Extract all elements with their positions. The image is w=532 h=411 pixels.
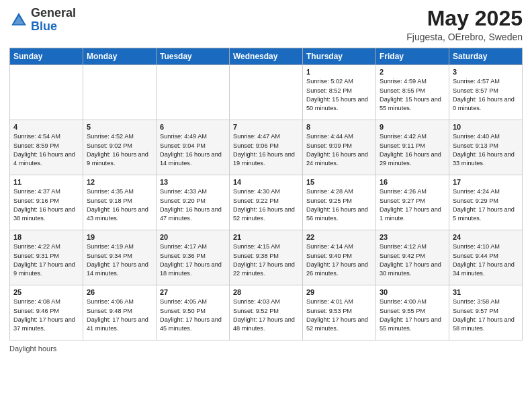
day-info: Sunrise: 4:59 AM Sunset: 8:55 PM Dayligh…	[380, 77, 445, 113]
day-number: 30	[380, 288, 445, 296]
table-row: 24Sunrise: 4:10 AM Sunset: 9:44 PM Dayli…	[449, 230, 523, 285]
day-number: 14	[233, 178, 299, 186]
table-row: 11Sunrise: 4:37 AM Sunset: 9:16 PM Dayli…	[10, 175, 83, 230]
day-number: 7	[233, 123, 299, 131]
calendar-week-row: 4Sunrise: 4:54 AM Sunset: 8:59 PM Daylig…	[10, 120, 523, 175]
day-info: Sunrise: 4:33 AM Sunset: 9:20 PM Dayligh…	[160, 187, 226, 223]
day-info: Sunrise: 4:37 AM Sunset: 9:16 PM Dayligh…	[13, 187, 79, 223]
calendar-week-row: 11Sunrise: 4:37 AM Sunset: 9:16 PM Dayli…	[10, 175, 523, 230]
title-block: May 2025 Fjugesta, OErebro, Sweden	[406, 7, 523, 42]
day-number: 5	[87, 123, 152, 131]
logo-icon	[9, 11, 28, 30]
day-number: 22	[306, 233, 372, 241]
day-number: 17	[453, 178, 519, 186]
col-friday: Friday	[376, 48, 449, 65]
table-row: 2Sunrise: 4:59 AM Sunset: 8:55 PM Daylig…	[376, 65, 449, 120]
header: General Blue May 2025 Fjugesta, OErebro,…	[9, 7, 523, 42]
col-saturday: Saturday	[449, 48, 523, 65]
day-info: Sunrise: 4:15 AM Sunset: 9:38 PM Dayligh…	[233, 242, 299, 278]
day-info: Sunrise: 4:26 AM Sunset: 9:27 PM Dayligh…	[380, 187, 445, 223]
location: Fjugesta, OErebro, Sweden	[406, 32, 523, 42]
day-info: Sunrise: 4:52 AM Sunset: 9:02 PM Dayligh…	[87, 132, 152, 168]
day-info: Sunrise: 4:01 AM Sunset: 9:53 PM Dayligh…	[306, 298, 372, 333]
day-info: Sunrise: 4:57 AM Sunset: 8:57 PM Dayligh…	[453, 77, 519, 113]
table-row: 15Sunrise: 4:28 AM Sunset: 9:25 PM Dayli…	[303, 175, 376, 230]
day-info: Sunrise: 4:05 AM Sunset: 9:50 PM Dayligh…	[160, 298, 226, 333]
day-number: 21	[233, 233, 299, 241]
table-row: 29Sunrise: 4:01 AM Sunset: 9:53 PM Dayli…	[303, 285, 376, 340]
day-info: Sunrise: 4:47 AM Sunset: 9:06 PM Dayligh…	[233, 132, 299, 168]
logo-blue: Blue	[31, 19, 57, 33]
calendar-header-row: Sunday Monday Tuesday Wednesday Thursday…	[10, 48, 523, 65]
day-number: 24	[453, 233, 519, 241]
table-row	[10, 65, 83, 120]
table-row: 5Sunrise: 4:52 AM Sunset: 9:02 PM Daylig…	[83, 120, 157, 175]
table-row: 14Sunrise: 4:30 AM Sunset: 9:22 PM Dayli…	[230, 175, 303, 230]
col-monday: Monday	[83, 48, 157, 65]
table-row: 22Sunrise: 4:14 AM Sunset: 9:40 PM Dayli…	[303, 230, 376, 285]
table-row: 23Sunrise: 4:12 AM Sunset: 9:42 PM Dayli…	[376, 230, 449, 285]
day-info: Sunrise: 4:03 AM Sunset: 9:52 PM Dayligh…	[233, 298, 299, 333]
day-number: 2	[380, 68, 445, 76]
day-number: 3	[453, 68, 519, 76]
calendar-week-row: 1Sunrise: 5:02 AM Sunset: 8:52 PM Daylig…	[10, 65, 523, 120]
day-info: Sunrise: 4:49 AM Sunset: 9:04 PM Dayligh…	[160, 132, 226, 168]
day-number: 23	[380, 233, 445, 241]
day-number: 13	[160, 178, 226, 186]
col-wednesday: Wednesday	[230, 48, 303, 65]
table-row: 1Sunrise: 5:02 AM Sunset: 8:52 PM Daylig…	[303, 65, 376, 120]
table-row: 31Sunrise: 3:58 AM Sunset: 9:57 PM Dayli…	[449, 285, 523, 340]
day-info: Sunrise: 4:42 AM Sunset: 9:11 PM Dayligh…	[380, 132, 445, 168]
table-row: 26Sunrise: 4:06 AM Sunset: 9:48 PM Dayli…	[83, 285, 157, 340]
day-info: Sunrise: 4:22 AM Sunset: 9:31 PM Dayligh…	[13, 242, 79, 278]
day-number: 11	[13, 178, 79, 186]
day-number: 31	[453, 288, 519, 296]
table-row: 4Sunrise: 4:54 AM Sunset: 8:59 PM Daylig…	[10, 120, 83, 175]
day-info: Sunrise: 4:19 AM Sunset: 9:34 PM Dayligh…	[87, 242, 152, 278]
calendar-week-row: 18Sunrise: 4:22 AM Sunset: 9:31 PM Dayli…	[10, 230, 523, 285]
day-number: 1	[306, 68, 372, 76]
col-tuesday: Tuesday	[157, 48, 230, 65]
day-number: 19	[87, 233, 152, 241]
day-info: Sunrise: 4:30 AM Sunset: 9:22 PM Dayligh…	[233, 187, 299, 223]
day-info: Sunrise: 4:17 AM Sunset: 9:36 PM Dayligh…	[160, 242, 226, 278]
calendar: Sunday Monday Tuesday Wednesday Thursday…	[9, 48, 523, 340]
day-number: 10	[453, 123, 519, 131]
day-info: Sunrise: 4:06 AM Sunset: 9:48 PM Dayligh…	[87, 298, 152, 333]
table-row: 27Sunrise: 4:05 AM Sunset: 9:50 PM Dayli…	[157, 285, 230, 340]
day-info: Sunrise: 4:08 AM Sunset: 9:46 PM Dayligh…	[13, 298, 79, 333]
table-row: 17Sunrise: 4:24 AM Sunset: 9:29 PM Dayli…	[449, 175, 523, 230]
logo-general: General	[31, 6, 76, 19]
day-info: Sunrise: 4:35 AM Sunset: 9:18 PM Dayligh…	[87, 187, 152, 223]
day-info: Sunrise: 4:40 AM Sunset: 9:13 PM Dayligh…	[453, 132, 519, 168]
day-info: Sunrise: 4:12 AM Sunset: 9:42 PM Dayligh…	[380, 242, 445, 278]
table-row	[83, 65, 157, 120]
day-info: Sunrise: 4:14 AM Sunset: 9:40 PM Dayligh…	[306, 242, 372, 278]
table-row: 20Sunrise: 4:17 AM Sunset: 9:36 PM Dayli…	[157, 230, 230, 285]
day-number: 26	[87, 288, 152, 296]
footer: Daylight hours	[9, 345, 523, 353]
col-thursday: Thursday	[303, 48, 376, 65]
day-number: 4	[13, 123, 79, 131]
table-row: 19Sunrise: 4:19 AM Sunset: 9:34 PM Dayli…	[83, 230, 157, 285]
table-row: 12Sunrise: 4:35 AM Sunset: 9:18 PM Dayli…	[83, 175, 157, 230]
col-sunday: Sunday	[10, 48, 83, 65]
table-row: 25Sunrise: 4:08 AM Sunset: 9:46 PM Dayli…	[10, 285, 83, 340]
day-number: 18	[13, 233, 79, 241]
day-info: Sunrise: 4:54 AM Sunset: 8:59 PM Dayligh…	[13, 132, 79, 168]
day-number: 15	[306, 178, 372, 186]
day-number: 16	[380, 178, 445, 186]
day-number: 12	[87, 178, 152, 186]
table-row: 6Sunrise: 4:49 AM Sunset: 9:04 PM Daylig…	[157, 120, 230, 175]
calendar-week-row: 25Sunrise: 4:08 AM Sunset: 9:46 PM Dayli…	[10, 285, 523, 340]
page: General Blue May 2025 Fjugesta, OErebro,…	[0, 0, 532, 411]
day-number: 20	[160, 233, 226, 241]
table-row: 7Sunrise: 4:47 AM Sunset: 9:06 PM Daylig…	[230, 120, 303, 175]
logo-text: General Blue	[31, 7, 76, 34]
day-info: Sunrise: 4:44 AM Sunset: 9:09 PM Dayligh…	[306, 132, 372, 168]
table-row: 21Sunrise: 4:15 AM Sunset: 9:38 PM Dayli…	[230, 230, 303, 285]
day-number: 28	[233, 288, 299, 296]
day-info: Sunrise: 4:10 AM Sunset: 9:44 PM Dayligh…	[453, 242, 519, 278]
day-info: Sunrise: 4:24 AM Sunset: 9:29 PM Dayligh…	[453, 187, 519, 223]
table-row: 8Sunrise: 4:44 AM Sunset: 9:09 PM Daylig…	[303, 120, 376, 175]
